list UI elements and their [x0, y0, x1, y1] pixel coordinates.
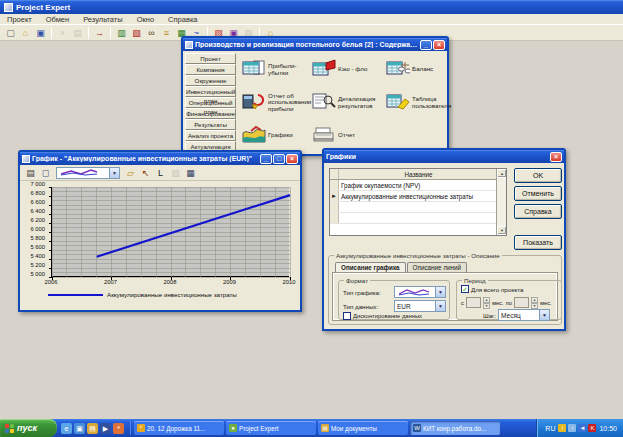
graph-name: Аккумулированные инвестиционные затраты [339, 191, 496, 201]
help-button[interactable]: Справка [514, 204, 562, 219]
dialog-titlebar: Графики × [324, 150, 564, 163]
y-tick-label: 6 400 [30, 208, 45, 214]
cash-flow-report-icon[interactable]: ▧ [130, 26, 143, 39]
new-project-icon[interactable]: ▢ [4, 26, 17, 39]
scroll-down-icon[interactable]: ▼ [497, 226, 506, 235]
edit-pointer-icon[interactable]: ↖ [139, 166, 152, 179]
taskbar-task[interactable]: *20. 12 Дорожка 11... [134, 421, 224, 435]
scroll-up-icon[interactable]: ▲ [497, 169, 506, 178]
menu-item[interactable]: Проект [0, 15, 39, 24]
chevron-down-icon[interactable]: ▼ [435, 287, 445, 297]
graph-maximize-button[interactable]: □ [273, 154, 285, 164]
capital-icon[interactable]: ≡ [160, 26, 173, 39]
ok-button[interactable]: OK [514, 168, 562, 183]
menu-item[interactable]: Результаты [76, 15, 130, 24]
taskbar-task[interactable]: ▤Мои документы [318, 421, 408, 435]
to-month-stepper[interactable]: ▲▼ [531, 297, 538, 308]
y-tick-label: 5 800 [30, 235, 45, 241]
menu-item[interactable]: Обмен [39, 15, 76, 24]
from-label: с [461, 300, 464, 306]
catalog-item[interactable]: Прибыли-убытки [242, 53, 312, 86]
step-combobox[interactable]: Месяц ▼ [498, 309, 550, 321]
folder-icon[interactable]: ▤ [87, 423, 98, 434]
from-month-field[interactable] [466, 297, 481, 308]
data-type-combobox[interactable]: EUR ▼ [394, 300, 446, 312]
catalog-item[interactable]: Баланс [386, 53, 460, 86]
antivirus-icon[interactable]: K [588, 424, 596, 432]
list-item[interactable] [330, 213, 496, 224]
graphs-dialog: Графики × НазваниеГрафик окупаемости (NP… [322, 148, 566, 331]
chevron-down-icon[interactable]: ▼ [109, 168, 119, 178]
profit-loss-report-icon[interactable]: ▥ [115, 26, 128, 39]
x-tick-label: 2010 [283, 279, 296, 285]
preview-icon[interactable]: ◻ [39, 166, 52, 179]
catalog-item[interactable]: Отчет об использовании прибыли [242, 86, 312, 119]
clock[interactable]: 10:50 [599, 425, 617, 432]
y-tick-label: 6 600 [30, 199, 45, 205]
shield-icon[interactable]: ! [558, 424, 566, 432]
task-label: Мои документы [331, 425, 377, 432]
row-selector [330, 202, 339, 212]
catalog-item-label: Отчет об использовании прибыли [268, 93, 310, 113]
content-minimize-button[interactable]: _ [420, 40, 432, 50]
nav-button[interactable]: Анализ проекта [185, 130, 236, 141]
to-month-field[interactable] [514, 297, 529, 308]
nav-button[interactable]: Компания [185, 64, 236, 75]
show-button[interactable]: Показать [514, 235, 562, 250]
open-project-icon[interactable]: ⌂ [19, 26, 32, 39]
catalog-item[interactable]: Детализация результатов [312, 86, 386, 119]
save-project-icon[interactable]: ▣ [34, 26, 47, 39]
chart-style-combobox[interactable]: ▼ [56, 167, 120, 179]
nav-button[interactable]: Проект [185, 53, 236, 64]
print-icon[interactable]: ▤ [24, 166, 37, 179]
taskbar-task[interactable]: ●Project Expert [226, 421, 316, 435]
update-icon[interactable]: ↑ [568, 424, 576, 432]
from-month-stepper[interactable]: ▲▼ [483, 297, 490, 308]
legend-label: Аккумулированные инвестиционные затраты [107, 291, 237, 298]
whole-project-checkbox[interactable]: ✓ [461, 285, 469, 293]
chevron-down-icon[interactable]: ▼ [435, 301, 445, 311]
line-style-thumbnail [59, 168, 99, 177]
image-viewer-icon[interactable]: * [113, 423, 124, 434]
volume-icon[interactable]: ◄ [578, 424, 586, 432]
content-close-button[interactable]: × [433, 40, 445, 50]
axes-icon[interactable]: L [154, 166, 167, 179]
search-icon[interactable]: ∞ [145, 26, 158, 39]
nav-button[interactable]: Финансирование [185, 108, 236, 119]
toolbar-separator [88, 27, 89, 39]
list-item[interactable]: ►Аккумулированные инвестиционные затраты [330, 191, 496, 202]
chevron-down-icon[interactable]: ▼ [539, 310, 549, 320]
cancel-button[interactable]: Отменить [514, 186, 562, 201]
nav-button[interactable]: Окружение [185, 75, 236, 86]
dialog-close-button[interactable]: × [550, 152, 562, 162]
discount-checkbox[interactable] [343, 312, 351, 320]
table-view-icon[interactable]: ▦ [184, 166, 197, 179]
language-indicator[interactable]: RU [545, 425, 555, 432]
menu-item[interactable]: Справка [161, 15, 204, 24]
list-item[interactable]: График окупаемости (NPV) [330, 180, 496, 191]
tab-graph-description[interactable]: Описание графика [335, 262, 406, 272]
show-desktop-icon[interactable]: ▣ [74, 423, 85, 434]
internet-explorer-icon[interactable]: e [61, 423, 72, 434]
media-player-icon[interactable]: ▶ [100, 423, 111, 434]
nav-button[interactable]: Операционный план [185, 97, 236, 108]
chart-type-combobox[interactable]: ▼ [394, 286, 446, 298]
graph-minimize-button[interactable]: _ [260, 154, 272, 164]
chart-plot [51, 187, 289, 277]
cash-flow-icon [312, 59, 336, 81]
list-scrollbar[interactable]: ▲ ▼ [496, 169, 506, 235]
catalog-item[interactable]: Кэш - фло [312, 53, 386, 86]
copy-chart-icon[interactable]: ▱ [124, 166, 137, 179]
graph-close-button[interactable]: × [286, 154, 298, 164]
nav-button[interactable]: Результаты [185, 119, 236, 130]
catalog-item[interactable]: Таблица пользователя [386, 86, 460, 119]
menu-item[interactable]: Окно [130, 15, 161, 24]
nav-button[interactable]: Инвестиционный план [185, 86, 236, 97]
taskbar-task[interactable]: WКИТ конр.работа.do... [410, 421, 500, 435]
list-item[interactable] [330, 202, 496, 213]
start-button[interactable]: пуск [0, 419, 57, 437]
exit-icon[interactable]: → [93, 26, 106, 39]
tab-line-description[interactable]: Описание линий [407, 262, 467, 272]
format-group: Формат Тип графика: ▼ [338, 280, 450, 320]
catalog-item[interactable]: Графики [242, 119, 312, 152]
